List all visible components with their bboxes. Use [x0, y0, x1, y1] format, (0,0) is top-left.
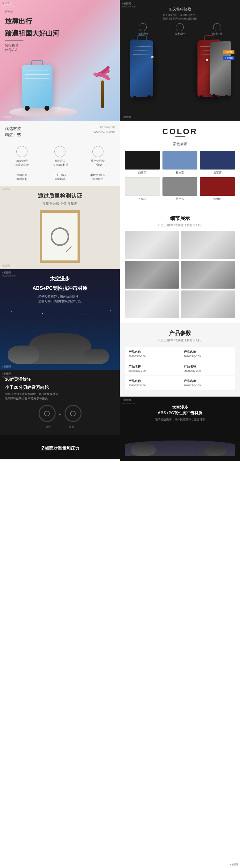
watermark-right-hero: K酷图网 [122, 2, 131, 5]
color-item-5: 星空东 [163, 177, 198, 201]
space-subtitle: 箱子轻盈携带，箱体抗压防摔，坚固可靠不为你的旅程增添负担 [5, 294, 115, 304]
watermark-space: K酷图网 [2, 271, 11, 274]
specs-value-2b: 2020JSQ-269 [184, 369, 232, 372]
feature-label-6: 柔软PU皮革回弹拉手 [90, 173, 105, 181]
feature-item-3: 航空铝合金主骨架 [81, 146, 115, 167]
pointer-dot-1 [151, 56, 153, 58]
specs-label-1a: 产品名称 [129, 350, 176, 354]
feature-icon-1 [16, 146, 28, 157]
watermark-specs: K酷图网 [2, 2, 10, 5]
features-title-cn-2: 精湛工艺 [5, 132, 21, 138]
detail-subtitle: 以匠心雕琢 精致生活的每个细节 [125, 223, 235, 227]
color-name-6: 深酒红 [200, 197, 235, 201]
tag-abs: 顶级ABS [223, 50, 234, 54]
tag-blue-abs: 天蓝ABS [223, 56, 234, 60]
feature-item-6: 柔软PU皮革回弹拉手 [81, 173, 115, 181]
detail-img-4 [181, 261, 235, 289]
hero-tag: 行李箱 [5, 10, 115, 14]
dot-item-3: 优质材料 [212, 23, 222, 36]
specs-subtitle: 以匠心雕琢 精致生活的每个细节 [125, 338, 235, 342]
spinner-label-1: 静音 [46, 425, 50, 428]
color-divider [175, 136, 185, 137]
color-swatch-1 [125, 151, 160, 169]
left-column: K酷图网 www.ikutu.com 行李箱 放肆出行 踏遍祖国大好山河 轻松携… [0, 0, 120, 461]
specs-cell-3a: 产品名称 2020JSQ-269 [125, 376, 180, 390]
specs-table: 产品名称 2020JSQ-269 产品名称 2020JSQ-269 产品名称 2… [125, 347, 235, 391]
detail-img-2 [181, 231, 235, 259]
color-item-2: 极光蓝 [163, 151, 198, 175]
right-hero: K酷图网 www.ikutu.com 但又能得轻盈 箱子轻盈携带，箱体抗压防摔，… [120, 0, 240, 121]
color-name-5: 星空东 [163, 197, 198, 201]
page-wrapper: K酷图网 www.ikutu.com 行李箱 放肆出行 踏遍祖国大好山河 轻松携… [0, 0, 240, 461]
detail-img-3 [125, 261, 179, 289]
color-grid: 幻夜黑 极光蓝 海军蓝 月光白 星空东 [125, 151, 235, 201]
feature-label-4: 加粗合金顺滑拉杆 [16, 173, 28, 181]
color-swatch-4 [125, 177, 160, 196]
features-title-en-2: WORKMANSHIP [94, 130, 115, 134]
dot-item-1: 抗压结构 [138, 23, 148, 36]
spinner-circle-1 [39, 405, 56, 422]
specs-value-1a: 2020JSQ-269 [129, 355, 176, 358]
specs-row-1: 产品名称 2020JSQ-269 产品名称 2020JSQ-269 [125, 347, 235, 361]
features-grid-2: 加粗合金顺滑拉杆 三位一体安全密码锁 柔软PU皮革回弹拉手 [5, 173, 115, 181]
spinner-circle-2 [65, 405, 81, 422]
features-grid-1: 360°静音减震万向轮 原装进口PC+ABS材质 航空铝合金主骨架 [5, 146, 115, 167]
right-dark-title: 太空漫步 [125, 405, 235, 410]
color-swatch-3 [200, 151, 235, 169]
watermark-quality: K酷图网 [2, 188, 10, 191]
color-swatch-5 [163, 177, 198, 196]
quality-section: K酷图网 通过质量检测认证 质量不做假 告别质量差 K酷图网 [0, 186, 120, 269]
specs-section: K酷图网 产品参数 以匠心雕琢 精致生活的每个细节 产品名称 2020JSQ-2… [120, 323, 240, 397]
watermark-url-1: www.ikutu.com [2, 6, 16, 8]
luggage-blue [130, 39, 153, 97]
spinner-title-1: 360°灵活旋转 [5, 376, 115, 383]
specs-value-3b: 2020JSQ-269 [184, 384, 232, 387]
quality-subtitle: 质量不做假 告别质量差 [5, 202, 115, 206]
hero-banner: K酷图网 www.ikutu.com 行李箱 放肆出行 踏遍祖国大好山河 轻松携… [0, 0, 120, 121]
specs-row-3: 产品名称 2020JSQ-269 产品名称 2020JSQ-269 [125, 376, 235, 391]
hero-title-line2: 踏遍祖国大好山河 [5, 29, 115, 38]
features-title-cn-1: 优选材质 [5, 126, 21, 132]
color-swatch-2 [163, 151, 198, 169]
specs-cell-1a: 产品名称 2020JSQ-269 [125, 347, 180, 361]
quality-title: 通过质量检测认证 [5, 192, 115, 199]
color-name-4: 月光白 [125, 197, 160, 201]
detail-img-1 [125, 231, 179, 259]
detail-image-grid [125, 231, 235, 318]
color-section-subtitle: 颜色展示 [125, 142, 235, 147]
watermark-spinner: K酷图网 [2, 372, 11, 375]
spinner-title-2: 小于20分贝静音万向轮 [5, 384, 115, 391]
feature-item-5: 三位一体安全密码锁 [43, 173, 77, 181]
feature-item-2: 原装进口PC+ABS材质 [43, 146, 77, 167]
feature-icon-3 [92, 146, 103, 157]
hero-title-line1: 放肆出行 [5, 17, 115, 26]
feature-label-2: 原装进口PC+ABS材质 [52, 159, 68, 167]
watermark-right-dark: K酷图网 [122, 398, 131, 402]
right-column: K酷图网 www.ikutu.com 但又能得轻盈 箱子轻盈携带，箱体抗压防摔，… [120, 0, 240, 461]
specs-cell-3b: 产品名称 2020JSQ-269 [180, 376, 235, 390]
spinner-label-2: 耐磨 [69, 425, 74, 428]
feature-item-1: 360°静音减震万向轮 [5, 146, 39, 167]
space-section: K酷图网 www.ikutu.com 太空漫步 ABS+PC韧性抗冲击材质 箱子… [0, 269, 120, 370]
watermark-space-2: K酷图网 [2, 365, 11, 368]
features-title-en-1: EXQUISITE [94, 126, 115, 130]
specs-cell-2a: 产品名称 2020JSQ-269 [125, 361, 180, 375]
detail-section: K酷图网 细节展示 以匠心雕琢 精致生活的每个细节 [120, 210, 240, 323]
color-item-4: 月光白 [125, 177, 160, 201]
color-name-3: 海军蓝 [200, 171, 235, 175]
color-section: K酷图网 COLOR 颜色展示 幻夜黑 极光蓝 海军蓝 [120, 121, 240, 210]
spinner-subtitle: 360°滚滑消音减震万向轮，高强度橡胶材质吸震降噪效果出色 可适对多种路况 [5, 392, 115, 401]
space-image [5, 308, 115, 364]
space-title-2: ABS+PC韧性抗冲击材质 [5, 285, 115, 292]
feature-label-5: 三位一体安全密码锁 [53, 173, 67, 181]
magnifier-icon [50, 227, 69, 246]
features-section: 优选材质 精湛工艺 EXQUISITE WORKMANSHIP 360°静音减震… [0, 121, 120, 186]
right-dark-subtitle: 箱子轻盈携带，箱体抗压防摔，坚固可靠 [125, 417, 235, 422]
dot-item-2: 轻盈设计 [175, 23, 185, 36]
bottom-dark: K酷图网 坚韧面对重量和压力 [0, 435, 120, 459]
space-title-1: 太空漫步 [5, 275, 115, 282]
luggage-gray [210, 40, 231, 96]
specs-value-2a: 2020JSQ-269 [129, 369, 176, 372]
watermark-right-dark-url: www.ikutu.com [122, 402, 136, 404]
dot-label-3: 优质材料 [212, 32, 222, 36]
